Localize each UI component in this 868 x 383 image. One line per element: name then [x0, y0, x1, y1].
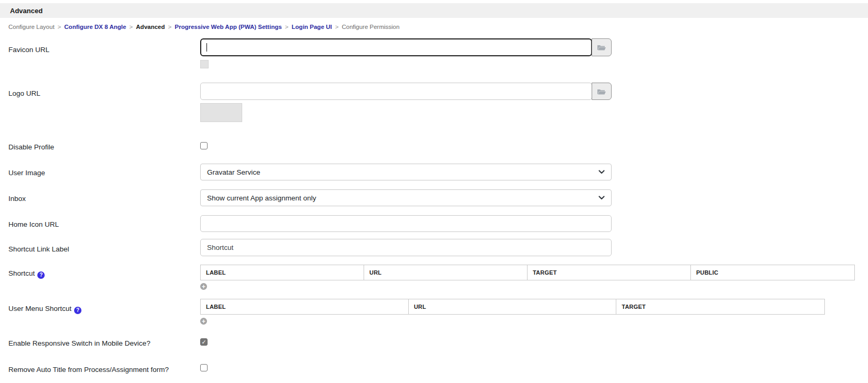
- user-menu-shortcut-label-text: User Menu Shortcut: [8, 305, 71, 313]
- logo-url-label: Logo URL: [8, 89, 40, 97]
- user-menu-col-url: URL: [409, 299, 617, 314]
- user-menu-shortcut-label: User Menu Shortcut?: [8, 305, 81, 314]
- enable-responsive-checkbox[interactable]: ✓: [200, 338, 208, 346]
- remove-auto-title-checkbox[interactable]: [200, 364, 208, 371]
- shortcut-label-text: Shortcut: [8, 269, 35, 277]
- breadcrumb-item-advanced: Advanced: [136, 24, 165, 30]
- shortcut-label: Shortcut?: [8, 269, 45, 279]
- page-title: Advanced: [10, 7, 43, 15]
- question-mark-glyph: ?: [76, 307, 79, 313]
- breadcrumb-separator: >: [58, 24, 61, 30]
- enable-responsive-label: Enable Responsive Switch in Mobile Devic…: [8, 339, 150, 347]
- remove-auto-title-label: Remove Auto Title from Process/Assignmen…: [8, 366, 169, 374]
- disable-profile-checkbox[interactable]: [200, 142, 208, 149]
- shortcut-table: LABEL URL TARGET PUBLIC: [200, 265, 855, 280]
- folder-open-icon: [597, 88, 606, 95]
- advanced-settings-page: Advanced Configure Layout > Configure DX…: [0, 0, 868, 383]
- breadcrumb-item-configure-permission: Configure Permission: [342, 24, 399, 30]
- breadcrumb: Configure Layout > Configure DX 8 Angle …: [8, 23, 399, 31]
- shortcut-link-label-input[interactable]: [200, 239, 612, 256]
- favicon-url-label: Favicon URL: [8, 46, 49, 54]
- shortcut-col-target: TARGET: [528, 265, 691, 280]
- shortcut-col-url: URL: [364, 265, 528, 280]
- user-menu-col-target: TARGET: [616, 299, 824, 314]
- breadcrumb-separator: >: [285, 24, 288, 30]
- breadcrumb-item-pwa-settings[interactable]: Progressive Web App (PWA) Settings: [175, 24, 282, 30]
- logo-browse-button[interactable]: [592, 83, 612, 100]
- inbox-label: Inbox: [8, 195, 26, 203]
- check-icon: ✓: [201, 339, 206, 345]
- user-image-select[interactable]: Gravatar Service: [200, 164, 612, 180]
- home-icon-url-label: Home Icon URL: [8, 220, 59, 228]
- favicon-preview: [200, 60, 209, 68]
- chevron-down-icon: [598, 170, 605, 174]
- user-menu-add-row-button[interactable]: +: [200, 318, 207, 325]
- shortcut-link-label-label: Shortcut Link Label: [8, 245, 69, 253]
- logo-preview: [200, 103, 242, 122]
- breadcrumb-item-configure-dx8-angle[interactable]: Configure DX 8 Angle: [64, 24, 126, 30]
- breadcrumb-separator: >: [168, 24, 172, 30]
- user-image-label: User Image: [8, 169, 45, 177]
- user-menu-col-label: LABEL: [201, 299, 409, 314]
- user-menu-shortcut-table: LABEL URL TARGET: [200, 299, 825, 315]
- favicon-url-input-wrap: [200, 38, 592, 56]
- disable-profile-label: Disable Profile: [8, 143, 54, 151]
- text-cursor: [206, 43, 207, 52]
- shortcut-add-row-button[interactable]: +: [200, 283, 207, 290]
- plus-icon: +: [202, 318, 205, 324]
- chevron-down-icon: [598, 196, 605, 200]
- logo-url-input[interactable]: [200, 83, 592, 100]
- breadcrumb-separator: >: [335, 24, 339, 30]
- shortcut-col-label: LABEL: [201, 265, 364, 280]
- plus-icon: +: [202, 283, 205, 289]
- breadcrumb-item-configure-layout: Configure Layout: [8, 24, 55, 30]
- user-image-selected-value: Gravatar Service: [207, 168, 260, 176]
- inbox-select[interactable]: Show current App assignment only: [200, 189, 612, 206]
- breadcrumb-item-login-page-ui[interactable]: Login Page UI: [292, 24, 332, 30]
- home-icon-url-input[interactable]: [200, 215, 612, 232]
- help-icon[interactable]: ?: [37, 271, 45, 279]
- breadcrumb-separator: >: [129, 24, 133, 30]
- question-mark-glyph: ?: [39, 272, 43, 278]
- favicon-url-input[interactable]: [200, 38, 592, 56]
- inbox-selected-value: Show current App assignment only: [207, 194, 316, 202]
- help-icon[interactable]: ?: [74, 307, 81, 314]
- folder-open-icon: [597, 44, 606, 51]
- page-title-bar: Advanced: [0, 3, 868, 18]
- favicon-browse-button[interactable]: [592, 38, 612, 56]
- shortcut-col-public: PUBLIC: [691, 265, 854, 280]
